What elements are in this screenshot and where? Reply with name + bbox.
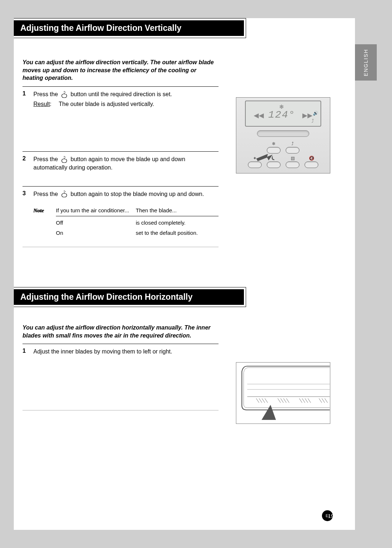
note-row1-a: Off	[56, 219, 136, 226]
step-number: 1	[23, 348, 28, 356]
step-body: Press the button until the required dire…	[33, 90, 219, 108]
sound-icon: 🔊	[313, 111, 318, 116]
step-3: 3 Press the button again to stop the bla…	[23, 190, 219, 237]
divider	[23, 344, 219, 344]
step-2: 2 Press the button again to move the bla…	[23, 155, 219, 171]
airflow-button-icon	[60, 91, 68, 99]
note-row2: On set to the default position.	[56, 226, 219, 237]
note-row1-b: is closed completely.	[136, 219, 185, 226]
timer-button	[286, 161, 299, 168]
quiet-icon: 🔇	[309, 156, 314, 161]
note-label: Note	[33, 207, 51, 237]
swing-icon: ⤴	[291, 141, 294, 146]
result-line: Result: The outer blade is adjusted vert…	[33, 100, 219, 108]
section2-intro: You can adjust the airflow direction hor…	[23, 324, 219, 339]
note-head-b: Then the blade...	[136, 207, 177, 214]
manual-page: ENGLISH Adjusting the Airflow Direction …	[14, 18, 355, 530]
note-row2-a: On	[56, 229, 136, 237]
dial-control	[257, 130, 309, 137]
temperature-display: 124°	[268, 109, 295, 120]
section1-title: Adjusting the Airflow Direction Vertical…	[14, 20, 244, 36]
swing-button	[286, 147, 299, 154]
svg-marker-6	[256, 154, 273, 161]
step1h-text: Adjust the inner blades by moving them t…	[33, 348, 172, 355]
arrow-left-icon: ◀◀	[254, 111, 264, 119]
snow-icon: ❄	[272, 141, 275, 146]
step1-text-b: button until the required direction is s…	[71, 91, 172, 97]
result-text: The outer blade is adjusted vertically.	[59, 100, 154, 108]
svg-rect-0	[62, 94, 67, 98]
divider	[23, 151, 219, 152]
note-head-a: If you turn the air conditioner...	[56, 207, 136, 214]
result-colon: :	[50, 101, 51, 107]
section2-title-box: Adjusting the Airflow Direction Horizont…	[14, 287, 246, 307]
divider	[23, 186, 219, 187]
note-block: Note If you turn the air conditioner... …	[33, 207, 219, 237]
remote-illustration: ❄ ◀◀ 124° ▶▶ 🔊 ⤴ ❄ ⤴ ✦ ⏾ ▤ 🔇	[236, 97, 330, 173]
section2-content: You can adjust the airflow direction hor…	[23, 324, 219, 410]
quiet-button	[305, 161, 318, 168]
note-table-head: If you turn the air conditioner... Then …	[56, 207, 219, 216]
step-number: 2	[23, 155, 28, 171]
language-tab: ENGLISH	[355, 44, 377, 81]
note-row2-b: set to the default position.	[136, 229, 198, 237]
svg-rect-2	[62, 159, 67, 163]
page-number-value: 19	[328, 513, 334, 519]
pointer-arrow-icon	[253, 146, 274, 169]
page-number: E- 19	[322, 510, 334, 521]
note-table: If you turn the air conditioner... Then …	[56, 207, 219, 237]
result-label: Result	[33, 101, 50, 107]
step3-text-b: button again to stop the blade moving up…	[71, 191, 204, 197]
step-body: Press the button again to move the blade…	[33, 155, 219, 171]
section1-intro: You can adjust the airflow direction ver…	[23, 58, 219, 82]
airflow-button-icon	[60, 156, 68, 164]
timer-icon: ▤	[291, 156, 295, 161]
step-number: 3	[23, 190, 28, 237]
section1-title-box: Adjusting the Airflow Direction Vertical…	[14, 18, 246, 38]
section2-title: Adjusting the Airflow Direction Horizont…	[14, 289, 244, 305]
step-number: 1	[23, 90, 28, 108]
airflow-button-icon	[60, 190, 68, 198]
step-body: Press the button again to stop the blade…	[33, 190, 219, 237]
divider	[23, 86, 219, 87]
arrow-right-icon: ▶▶	[302, 111, 313, 119]
divider	[23, 247, 219, 247]
step-1: 1 Press the button until the required di…	[23, 90, 219, 108]
divider	[23, 410, 219, 410]
step-1-h: 1 Adjust the inner blades by moving them…	[23, 348, 219, 356]
note-row1: Off is closed completely.	[56, 216, 219, 226]
step-body: Adjust the inner blades by moving them t…	[33, 348, 219, 356]
step3-text-a: Press the	[33, 191, 58, 197]
section1-content: You can adjust the airflow direction ver…	[23, 58, 219, 247]
svg-rect-4	[62, 193, 67, 197]
step1-text-a: Press the	[33, 91, 58, 97]
svg-marker-10	[262, 405, 276, 420]
lcd-screen: ❄ ◀◀ 124° ▶▶ 🔊 ⤴	[245, 101, 321, 127]
step2-text-a: Press the	[33, 156, 58, 162]
swing-icon: ⤴	[311, 118, 314, 124]
unit-illustration	[236, 362, 330, 424]
